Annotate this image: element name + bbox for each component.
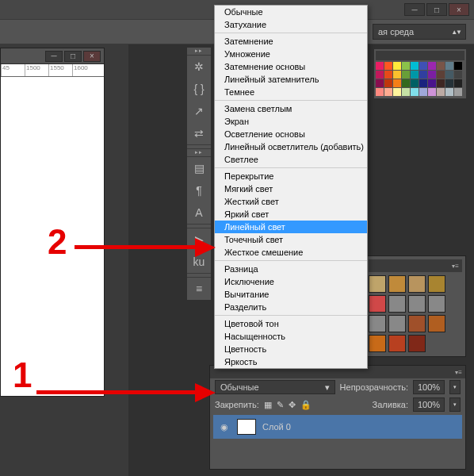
menu-item[interactable]: Исключение	[215, 275, 367, 288]
swatch[interactable]	[384, 79, 392, 87]
lock-move-icon[interactable]: ✥	[289, 400, 296, 410]
brackets-icon[interactable]: { }	[187, 78, 211, 100]
swatches-tab[interactable]	[376, 51, 464, 60]
swatch[interactable]	[393, 62, 401, 70]
style-swatch[interactable]	[408, 315, 426, 332]
menu-item[interactable]: Яркость	[215, 355, 367, 368]
dock-grip-icon[interactable]: ▸▸	[187, 149, 211, 157]
swatch[interactable]	[445, 62, 453, 70]
swatch[interactable]	[419, 79, 427, 87]
swatch[interactable]	[428, 88, 436, 96]
style-swatch[interactable]	[428, 275, 445, 293]
visibility-icon[interactable]: ◉	[218, 422, 231, 432]
style-swatch[interactable]	[369, 275, 386, 293]
swatch[interactable]	[437, 88, 445, 96]
swatch[interactable]	[454, 79, 462, 87]
menu-item[interactable]: Умножение	[215, 48, 367, 60]
swatch[interactable]	[419, 62, 427, 70]
menu-item[interactable]: Мягкий свет	[215, 182, 367, 195]
menu-item[interactable]: Цветность	[215, 343, 367, 355]
menu-item[interactable]: Разница	[215, 263, 367, 275]
swatch[interactable]	[454, 71, 462, 79]
style-swatch[interactable]	[428, 315, 445, 332]
swap-icon[interactable]: ⇄	[187, 122, 211, 144]
swatch[interactable]	[376, 62, 384, 70]
layer-row[interactable]: ◉ Слой 0	[213, 415, 462, 439]
app-minimize-button[interactable]: ─	[404, 3, 425, 16]
swatch[interactable]	[428, 71, 436, 79]
opacity-spin[interactable]: ▾	[449, 380, 461, 394]
style-swatch[interactable]	[408, 295, 426, 313]
style-swatch[interactable]	[369, 335, 386, 352]
swatch[interactable]	[428, 62, 436, 70]
style-swatch[interactable]	[408, 275, 426, 293]
swatch[interactable]	[454, 88, 462, 96]
swatch[interactable]	[376, 71, 384, 79]
doc-maximize-button[interactable]: □	[64, 51, 82, 62]
swatch[interactable]	[411, 79, 419, 87]
swatch[interactable]	[454, 62, 462, 70]
swatch[interactable]	[445, 88, 453, 96]
swatch[interactable]	[402, 88, 410, 96]
panel-icon[interactable]: ▤	[187, 157, 211, 179]
swatch[interactable]	[376, 79, 384, 87]
menu-item[interactable]: Яркий свет	[215, 208, 367, 221]
menu-item[interactable]: Затемнение основы	[215, 60, 367, 73]
menu-item[interactable]: Точечный свет	[215, 233, 367, 246]
swatch[interactable]	[384, 88, 392, 96]
lock-icons[interactable]: ▦ ✎ ✥ 🔒	[264, 400, 312, 410]
menu-item[interactable]: Замена светлым	[215, 102, 367, 115]
style-swatch[interactable]	[388, 295, 406, 313]
menu-item[interactable]: Цветовой тон	[215, 317, 367, 330]
swatch[interactable]	[402, 71, 410, 79]
swatch[interactable]	[376, 88, 384, 96]
style-swatch[interactable]	[369, 295, 386, 313]
lock-transparent-icon[interactable]: ▦	[264, 400, 272, 410]
menu-item[interactable]: Экран	[215, 115, 367, 128]
menu-item[interactable]: Линейный свет	[215, 221, 367, 233]
doc-minimize-button[interactable]: ─	[45, 51, 63, 62]
dock-grip-icon[interactable]: ▸▸	[187, 48, 211, 56]
swatch[interactable]	[428, 79, 436, 87]
opacity-value[interactable]: 100%	[413, 380, 445, 394]
meter-icon[interactable]: ≡	[187, 278, 211, 300]
swatch[interactable]	[419, 71, 427, 79]
style-swatch[interactable]	[388, 275, 406, 293]
swatch[interactable]	[384, 71, 392, 79]
style-swatch[interactable]	[428, 295, 445, 313]
swatch[interactable]	[411, 88, 419, 96]
menu-item[interactable]: Осветление основы	[215, 128, 367, 140]
menu-item[interactable]: Обычные	[215, 6, 367, 18]
app-close-button[interactable]: ×	[449, 3, 469, 16]
menu-item[interactable]: Линейный осветлитель (добавить)	[215, 140, 367, 153]
swatch[interactable]	[437, 62, 445, 70]
fill-value[interactable]: 100%	[413, 397, 445, 412]
menu-item[interactable]: Насыщенность	[215, 330, 367, 343]
swatch[interactable]	[411, 62, 419, 70]
panel-tabs[interactable]: ▾≡	[369, 259, 462, 272]
workspace-selector[interactable]: ая среда ▲▼	[373, 24, 466, 40]
menu-item[interactable]: Жесткое смешение	[215, 246, 367, 259]
menu-item[interactable]: Затухание	[215, 18, 367, 31]
menu-item[interactable]: Линейный затемнитель	[215, 73, 367, 86]
menu-item[interactable]: Вычитание	[215, 288, 367, 301]
menu-item[interactable]: Разделить	[215, 301, 367, 313]
fill-spin[interactable]: ▾	[449, 397, 461, 412]
swatch[interactable]	[445, 79, 453, 87]
swatch[interactable]	[393, 88, 401, 96]
menu-item[interactable]: Темнее	[215, 86, 367, 98]
paragraph-icon[interactable]: ¶	[187, 179, 211, 202]
lock-all-icon[interactable]: 🔒	[300, 400, 312, 410]
swatch[interactable]	[402, 79, 410, 87]
style-swatch[interactable]	[408, 335, 426, 352]
doc-close-button[interactable]: ×	[83, 51, 101, 62]
menu-item[interactable]: Перекрытие	[215, 170, 367, 182]
swatch[interactable]	[402, 62, 410, 70]
app-maximize-button[interactable]: □	[426, 3, 447, 16]
style-swatch[interactable]	[369, 315, 386, 332]
menu-item[interactable]: Затемнение	[215, 35, 367, 48]
wheel-icon[interactable]: ✲	[187, 56, 211, 78]
swatch[interactable]	[437, 79, 445, 87]
blend-mode-menu[interactable]: ОбычныеЗатуханиеЗатемнениеУмножениеЗатем…	[214, 5, 368, 369]
swatch[interactable]	[411, 71, 419, 79]
